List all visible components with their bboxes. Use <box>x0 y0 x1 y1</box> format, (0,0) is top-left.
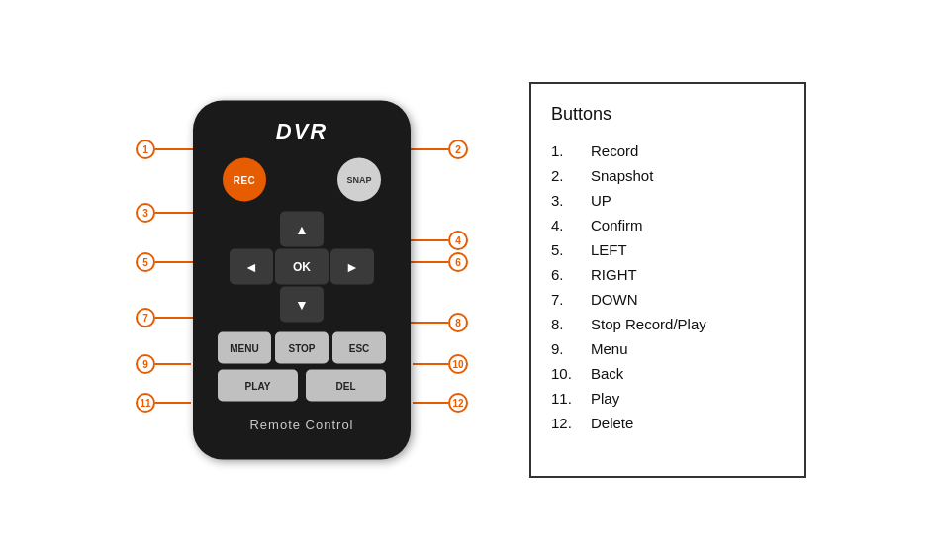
ann-circle-5: 5 <box>136 252 155 272</box>
list-num: 9. <box>551 340 591 357</box>
left-button[interactable]: ◄ <box>230 249 273 285</box>
list-item: 12. Delete <box>551 415 775 431</box>
list-num: 1. <box>551 142 591 159</box>
button-list-panel: Buttons 1. Record 2. Snapshot 3. UP 4. C… <box>529 82 806 478</box>
remote-label: Remote Control <box>249 418 353 432</box>
list-label-3: UP <box>591 192 611 209</box>
button-list: 1. Record 2. Snapshot 3. UP 4. Confirm 5… <box>551 142 775 431</box>
ann-circle-8: 8 <box>448 313 468 332</box>
del-button[interactable]: DEL <box>306 370 386 402</box>
right-button[interactable]: ► <box>330 249 374 285</box>
ann-line-10 <box>413 363 448 365</box>
list-num: 6. <box>551 266 591 283</box>
list-label-4: Confirm <box>591 217 643 233</box>
list-label-11: Play <box>591 390 619 407</box>
annotation-5: 5 <box>136 252 193 272</box>
ann-line-11 <box>155 402 191 404</box>
annotation-9: 9 <box>136 354 191 374</box>
ann-circle-7: 7 <box>136 308 155 327</box>
list-num: 5. <box>551 241 591 258</box>
list-item: 6. RIGHT <box>551 266 775 283</box>
up-button[interactable]: ▲ <box>280 212 324 247</box>
down-button[interactable]: ▼ <box>280 287 324 323</box>
ok-button[interactable]: OK <box>275 249 329 285</box>
annotation-6: 6 <box>411 252 468 272</box>
list-item: 3. UP <box>551 192 775 209</box>
list-num: 7. <box>551 291 591 308</box>
list-item: 8. Stop Record/Play <box>551 316 775 332</box>
dpad-top-row: ▲ <box>280 212 324 247</box>
btn-row-1: MENU STOP ESC <box>218 332 386 364</box>
list-label-2: Snapshot <box>591 167 653 184</box>
ann-line-12 <box>413 402 448 404</box>
list-num: 11. <box>551 390 591 407</box>
remote-area: 1 2 3 4 5 6 7 <box>134 33 470 527</box>
top-button-row: REC SNAP <box>213 158 391 202</box>
ann-circle-12: 12 <box>448 393 468 413</box>
bottom-buttons: MENU STOP ESC PLAY DEL <box>213 332 391 402</box>
ann-circle-1: 1 <box>136 140 155 159</box>
list-label-8: Stop Record/Play <box>591 316 706 332</box>
list-item: 7. DOWN <box>551 291 775 308</box>
annotation-10: 10 <box>413 354 468 374</box>
list-item: 2. Snapshot <box>551 167 775 184</box>
panel-title: Buttons <box>551 104 775 125</box>
ann-circle-6: 6 <box>448 252 468 272</box>
dpad-area: ▲ ◄ OK ► ▼ <box>213 212 391 323</box>
ann-line-9 <box>155 363 191 365</box>
list-num: 8. <box>551 316 591 332</box>
dpad-middle-row: ◄ OK ► <box>230 249 374 285</box>
list-item: 10. Back <box>551 365 775 382</box>
list-num: 3. <box>551 192 591 209</box>
list-label-1: Record <box>591 142 638 159</box>
list-label-6: RIGHT <box>591 266 637 283</box>
list-label-5: LEFT <box>591 241 627 258</box>
esc-button[interactable]: ESC <box>332 332 386 364</box>
remote-title: DVR <box>276 119 328 144</box>
remote-control: DVR REC SNAP ▲ ◄ OK ► ▼ <box>193 101 411 460</box>
list-label-7: DOWN <box>591 291 638 308</box>
main-container: 1 2 3 4 5 6 7 <box>0 0 940 560</box>
list-num: 4. <box>551 217 591 233</box>
list-num: 2. <box>551 167 591 184</box>
ann-circle-2: 2 <box>448 140 468 159</box>
snap-button[interactable]: SNAP <box>337 158 381 202</box>
list-label-10: Back <box>591 365 623 382</box>
ann-line-6 <box>411 261 448 263</box>
dpad-bottom-row: ▼ <box>280 287 324 323</box>
list-item: 1. Record <box>551 142 775 159</box>
list-label-9: Menu <box>591 340 628 357</box>
ann-circle-3: 3 <box>136 203 155 223</box>
list-item: 9. Menu <box>551 340 775 357</box>
list-item: 4. Confirm <box>551 217 775 233</box>
annotation-12: 12 <box>413 393 468 413</box>
play-button[interactable]: PLAY <box>218 370 298 402</box>
ann-line-5 <box>155 261 193 263</box>
ann-circle-4: 4 <box>448 231 468 250</box>
list-num: 12. <box>551 415 591 431</box>
menu-button[interactable]: MENU <box>218 332 271 364</box>
list-item: 11. Play <box>551 390 775 407</box>
list-item: 5. LEFT <box>551 241 775 258</box>
stop-button[interactable]: STOP <box>275 332 329 364</box>
list-label-12: Delete <box>591 415 633 431</box>
btn-row-2: PLAY DEL <box>218 370 386 402</box>
list-num: 10. <box>551 365 591 382</box>
ann-circle-11: 11 <box>136 393 155 413</box>
ann-circle-9: 9 <box>136 354 155 374</box>
annotation-2: 2 <box>401 140 468 159</box>
rec-button[interactable]: REC <box>223 158 266 202</box>
ann-circle-10: 10 <box>448 354 468 374</box>
annotation-11: 11 <box>136 393 191 413</box>
